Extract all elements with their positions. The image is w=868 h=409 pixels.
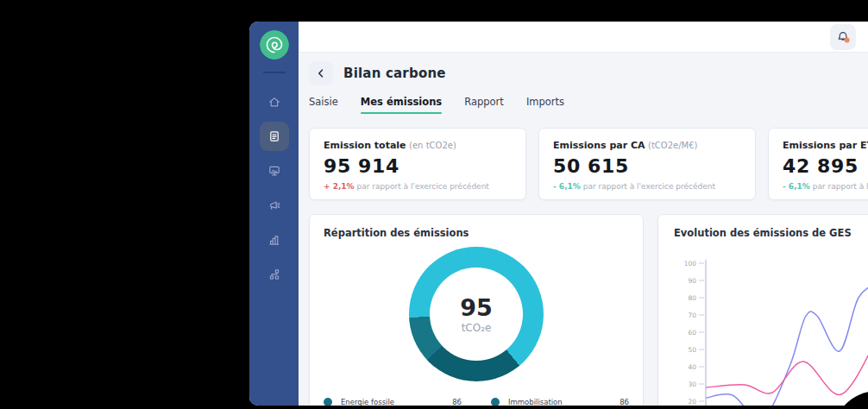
kpi-delta: - 6,1% par rapport à l'exercice précéden… [783, 182, 868, 191]
kpi-card-emission-totale: Emission totale (en tCO2e) 95 914 + 2,1%… [309, 128, 526, 200]
sidebar-item-announcements[interactable] [260, 191, 289, 220]
sidebar-item-devices[interactable] [260, 156, 289, 186]
document-icon [267, 129, 281, 143]
line-chart-card: Evolution des émissions de GES 100908070… [657, 214, 868, 406]
tab-mes-emissions[interactable]: Mes émissions [361, 96, 442, 112]
page-content: Bilan carbone Saisie Mes émissions Rappo… [299, 53, 868, 406]
sidebar-divider [263, 72, 286, 73]
legend-dot-icon [491, 398, 500, 406]
svg-text:30: 30 [688, 381, 696, 388]
donut-chart-title: Répartition des émissions [324, 227, 629, 239]
chevron-left-icon [315, 67, 327, 79]
donut-legend: Energie fossile 86 Immobilisation 86 Éle… [324, 393, 629, 406]
line-chart: 100908070605040302010 [674, 258, 868, 406]
home-icon [267, 95, 281, 109]
legend-item-energie-fossile: Energie fossile 86 [324, 393, 462, 406]
kpi-value: 42 895 [783, 155, 868, 177]
sidebar [249, 22, 299, 406]
donut-chart: 95 tCO₂e [409, 247, 544, 381]
svg-text:70: 70 [688, 311, 696, 319]
series-blue [707, 282, 868, 406]
svg-text:60: 60 [688, 329, 696, 337]
svg-text:20: 20 [688, 398, 696, 406]
donut-chart-card: Répartition des émissions 95 tCO₂e En [309, 214, 644, 406]
hierarchy-icon [267, 267, 281, 281]
app-window: Bilan carbone Saisie Mes émissions Rappo… [249, 22, 868, 406]
legend-dot-icon [324, 398, 332, 406]
kpi-delta-pct: - 6,1% [553, 182, 581, 191]
svg-text:100: 100 [684, 260, 697, 267]
kpi-unit: (tCO2e/M€) [648, 141, 697, 150]
kpi-title: Emissions par CA [553, 140, 645, 151]
kpi-delta-text: par rapport à l'exercice précédent [813, 182, 868, 191]
charts-row: Répartition des émissions 95 tCO₂e En [309, 214, 859, 406]
notifications-button[interactable] [830, 24, 856, 50]
kpi-delta-text: par rapport à l'exercice précédent [357, 182, 489, 191]
kpi-card-emissions-par-etp: Emissions par ETP (tCO2e/ETP) 42 895 - 6… [768, 128, 868, 200]
svg-text:50: 50 [688, 346, 696, 354]
bell-icon [836, 30, 850, 44]
kpi-value: 95 914 [324, 155, 512, 177]
main-area: Bilan carbone Saisie Mes émissions Rappo… [299, 22, 868, 406]
sidebar-item-analytics[interactable] [260, 225, 289, 255]
kpi-title: Emissions par ETP [783, 140, 868, 151]
sidebar-item-home[interactable] [260, 87, 289, 116]
donut-center-unit: tCO₂e [462, 322, 492, 334]
kpi-delta: + 2,1% par rapport à l'exercice précéden… [324, 182, 512, 191]
sidebar-item-documents[interactable] [260, 122, 289, 151]
svg-text:90: 90 [688, 277, 696, 285]
svg-text:40: 40 [688, 363, 696, 371]
megaphone-icon [267, 198, 281, 212]
topbar [299, 22, 868, 53]
kpi-card-emissions-par-ca: Emissions par CA (tCO2e/M€) 50 615 - 6,1… [538, 128, 756, 200]
notification-dot [845, 37, 850, 42]
tab-bar: Saisie Mes émissions Rapport Imports [309, 96, 859, 120]
kpi-delta-pct: - 6,1% [783, 182, 810, 191]
donut-center-value: 95 [460, 294, 493, 321]
kpi-row: Emission totale (en tCO2e) 95 914 + 2,1%… [309, 128, 859, 200]
kpi-delta: - 6,1% par rapport à l'exercice précéden… [553, 182, 741, 191]
line-chart-title: Evolution des émissions de GES [674, 227, 868, 239]
kpi-unit: (en tCO2e) [409, 141, 456, 150]
tab-rapport[interactable]: Rapport [464, 96, 504, 112]
kpi-delta-pct: + 2,1% [324, 182, 355, 191]
donut-center: 95 tCO₂e [430, 267, 523, 361]
app-logo[interactable] [260, 30, 289, 60]
svg-text:80: 80 [688, 294, 696, 302]
kpi-title: Emission totale [324, 140, 406, 151]
legend-item-immobilisation: Immobilisation 86 [491, 393, 629, 406]
tab-saisie[interactable]: Saisie [309, 96, 338, 112]
sidebar-item-organization[interactable] [260, 260, 289, 289]
kpi-value: 50 615 [553, 155, 741, 177]
monitor-icon [267, 164, 281, 178]
page-header: Bilan carbone [309, 61, 859, 85]
tab-imports[interactable]: Imports [526, 96, 564, 112]
bar-chart-icon [267, 233, 281, 247]
back-button[interactable] [309, 61, 333, 85]
kpi-delta-text: par rapport à l'exercice précédent [583, 182, 715, 191]
page-title: Bilan carbone [343, 66, 446, 81]
